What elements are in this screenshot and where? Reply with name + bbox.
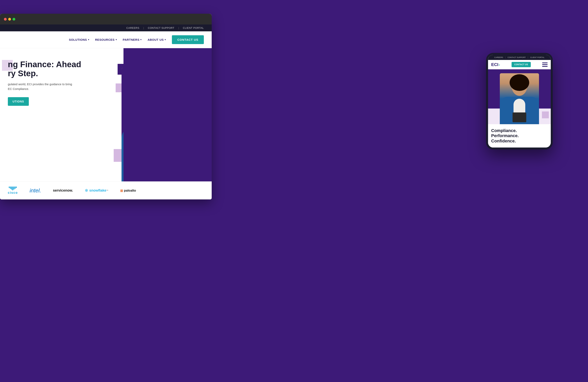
partner-paloalto: ▦ paloalto — [120, 189, 136, 192]
mobile-text-section: Compliance. Performance. Confidence. — [488, 124, 551, 147]
contact-support-link[interactable]: CONTACT SUPPORT — [148, 26, 174, 29]
mobile-client-portal-link[interactable]: CLIENT PORTAL — [530, 56, 545, 58]
mobile-utility-bar: CAREERS | CONTACT SUPPORT | CLIENT PORTA… — [488, 55, 551, 60]
mobile-hero-image — [488, 69, 551, 124]
mobile-hero-person — [500, 73, 539, 124]
hero-subtext: gulated world, ECI provides the guidance… — [8, 82, 106, 91]
mobile-phone-mockup: CAREERS | CONTACT SUPPORT | CLIENT PORTA… — [486, 53, 553, 149]
cisco-text: cisco — [8, 191, 18, 195]
about-chevron-icon: ▾ — [165, 38, 166, 41]
utility-bar: CAREERS | CONTACT SUPPORT | CLIENT PORTA… — [0, 24, 212, 31]
snowflake-icon: ❄ — [85, 188, 88, 193]
hero-section: ng Finance: Ahead ry Step. gulated world… — [0, 48, 212, 181]
snowflake-text: snowflake — [89, 188, 106, 193]
browser-minimize-dot — [8, 18, 11, 20]
mobile-divider-2: | — [528, 56, 528, 58]
hero-heading: ng Finance: Ahead ry Step. — [8, 60, 106, 78]
hamburger-menu-icon[interactable] — [542, 62, 548, 67]
browser-maximize-dot — [13, 18, 15, 20]
hero-image-area — [114, 48, 212, 181]
main-navigation: SOLUTIONS ▾ RESOURCES ▾ PARTNERS ▾ ABOUT… — [0, 31, 212, 48]
partner-intel: intel. — [30, 187, 41, 194]
nav-about-us[interactable]: ABOUT US ▾ — [147, 38, 166, 41]
nav-resources[interactable]: RESOURCES ▾ — [95, 38, 117, 41]
mobile-divider-1: | — [505, 56, 505, 58]
client-portal-link[interactable]: CLIENT PORTAL — [183, 26, 204, 29]
solutions-chevron-icon: ▾ — [88, 38, 89, 41]
cisco-bars — [9, 186, 17, 190]
partners-chevron-icon: ▾ — [140, 38, 142, 41]
partner-cisco: cisco — [8, 186, 18, 195]
partner-snowflake: ❄ snowflake ™ — [85, 188, 108, 193]
desktop-browser-mockup: CAREERS | CONTACT SUPPORT | CLIENT PORTA… — [0, 14, 212, 200]
mobile-contact-us-button[interactable]: CONTACT US — [512, 62, 531, 67]
intel-text: intel. — [30, 187, 41, 194]
hero-content: ng Finance: Ahead ry Step. gulated world… — [0, 48, 114, 181]
nav-partners[interactable]: PARTNERS ▾ — [123, 38, 142, 41]
paloalto-text: paloalto — [124, 189, 136, 192]
careers-link[interactable]: CAREERS — [126, 26, 139, 29]
resources-chevron-icon: ▾ — [116, 38, 117, 41]
divider-1: | — [143, 26, 144, 29]
partner-servicenow: servicenow. — [53, 188, 73, 193]
solutions-cta-button[interactable]: UTIONS — [8, 97, 29, 106]
eci-logo: ECI+ — [491, 62, 500, 67]
mobile-careers-link[interactable]: CAREERS — [494, 56, 503, 58]
divider-2: | — [178, 26, 179, 29]
browser-close-dot — [4, 18, 7, 20]
mobile-hero-heading: Compliance. Performance. Confidence. — [491, 128, 548, 144]
mobile-deco-sq-3 — [542, 111, 549, 118]
servicenow-text: servicenow. — [53, 188, 73, 192]
mobile-contact-support-link[interactable]: CONTACT SUPPORT — [508, 56, 526, 58]
nav-solutions[interactable]: SOLUTIONS ▾ — [69, 38, 89, 41]
browser-chrome — [0, 14, 212, 24]
mobile-navigation: ECI+ CONTACT US — [488, 60, 551, 69]
hero-purple-bg — [124, 48, 212, 181]
contact-us-button[interactable]: CONTACT US — [172, 35, 204, 44]
partners-bar: cisco intel. servicenow. ❄ snowflake ™ ▦… — [0, 181, 212, 200]
paloalto-icon: ▦ — [120, 189, 123, 192]
